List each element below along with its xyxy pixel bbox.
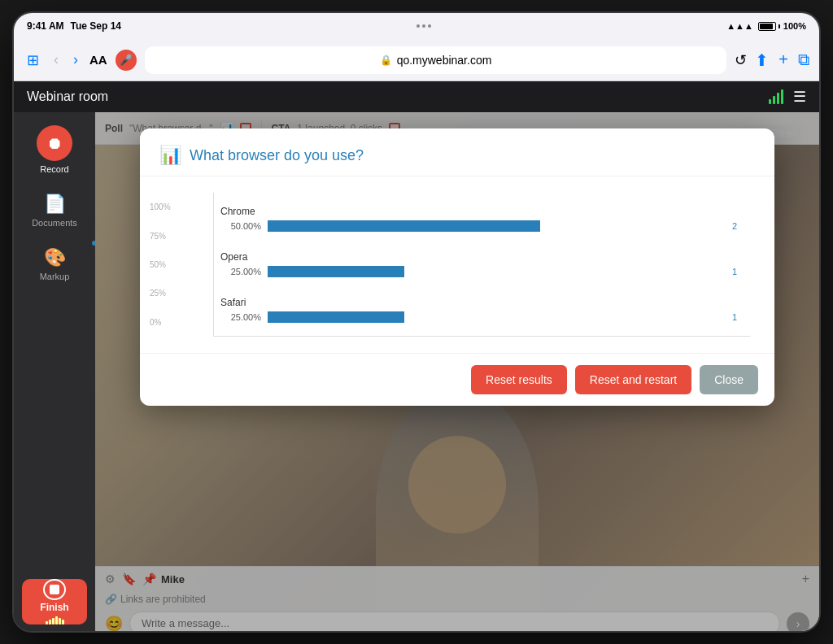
share-button[interactable]: ⬆ — [755, 50, 769, 70]
chart-row-chrome: Chrome 50.00% 2 — [220, 206, 737, 232]
status-center — [416, 24, 431, 28]
finish-button[interactable]: Finish — [22, 579, 87, 624]
sidebar-item-documents[interactable]: 📄 Documents — [14, 184, 95, 237]
opera-bar-container — [268, 266, 722, 277]
chart-row-opera: Opera 25.00% 1 — [220, 251, 737, 277]
battery-percent: 100% — [783, 21, 806, 31]
dots — [416, 24, 431, 28]
sidebar-item-markup[interactable]: 🎨 Markup — [14, 237, 95, 291]
chart-row-safari: Safari 25.00% 1 — [220, 297, 737, 323]
status-bar: 9:41 AM Tue Sep 14 ▲▲▲ 100% — [14, 13, 819, 39]
safari-bar-row: 25.00% 1 — [220, 311, 737, 323]
tabs-button[interactable]: ⧉ — [798, 50, 809, 69]
main-layout: ⏺ Record 📄 Documents 🎨 Markup F — [14, 112, 819, 631]
sidebar-item-documents-label: Documents — [32, 218, 77, 228]
opera-bar-row: 25.00% 1 — [220, 266, 737, 277]
poll-modal: 📊 What browser do you use? 100% 75% 50% … — [140, 128, 774, 406]
content-area: Max Been Poll "What browser d..." 📊 CTA — [95, 112, 819, 631]
reload-button[interactable]: ↺ — [735, 51, 747, 69]
chrome-bar-row: 50.00% 2 — [220, 220, 737, 232]
chrome-bar-container — [268, 220, 722, 232]
sidebar-item-record-label: Record — [40, 164, 68, 174]
wifi-icon: ▲▲▲ — [726, 21, 753, 31]
ipad-frame: 9:41 AM Tue Sep 14 ▲▲▲ 100% ⊞ ‹ › AA 🎤 🔒… — [14, 13, 819, 631]
url-bar[interactable]: 🔒 qo.mywebinar.com — [145, 46, 727, 74]
toolbar-right: ⬆ + ⧉ — [755, 50, 809, 70]
documents-icon: 📄 — [44, 194, 66, 215]
modal-footer: Reset results Reset and restart Close — [140, 353, 774, 406]
finish-stop-icon — [43, 579, 66, 600]
opera-bar — [268, 266, 404, 277]
status-right: ▲▲▲ 100% — [726, 21, 806, 31]
status-time: 9:41 AM — [27, 20, 64, 32]
status-date: Tue Sep 14 — [71, 20, 121, 32]
markup-icon: 🎨 — [44, 247, 66, 268]
finish-bars — [46, 616, 64, 624]
sidebar-toggle-button[interactable]: ⊞ — [24, 48, 42, 72]
sidebar-item-record[interactable]: ⏺ Record — [14, 115, 95, 184]
modal-title: What browser do you use? — [190, 147, 364, 164]
modal-overlay: 📊 What browser do you use? 100% 75% 50% … — [95, 112, 819, 631]
hamburger-menu-button[interactable]: ☰ — [793, 88, 806, 106]
header-right: ☰ — [769, 88, 806, 106]
webinar-header: Webinar room ☰ — [14, 81, 819, 112]
safari-bar — [268, 311, 404, 323]
close-button[interactable]: Close — [700, 365, 758, 394]
lock-icon: 🔒 — [380, 54, 392, 66]
modal-header: 📊 What browser do you use? — [140, 128, 774, 176]
sidebar: ⏺ Record 📄 Documents 🎨 Markup F — [14, 112, 95, 631]
url-text: qo.mywebinar.com — [397, 54, 492, 67]
chart-body: Chrome 50.00% 2 — [213, 193, 750, 337]
safari-bar-container — [268, 311, 722, 323]
text-size-button[interactable]: AA — [89, 53, 107, 67]
browser-toolbar: ⊞ ‹ › AA 🎤 🔒 qo.mywebinar.com ↺ ⬆ + ⧉ — [14, 39, 819, 81]
battery: 100% — [758, 21, 806, 31]
sidebar-item-markup-label: Markup — [40, 272, 70, 281]
chart-area: 100% 75% 50% 25% 0% Chrome — [140, 176, 774, 353]
finish-label: Finish — [40, 602, 68, 613]
app-content: Webinar room ☰ ⏺ Record 📄 — [14, 81, 819, 631]
back-button[interactable]: ‹ — [50, 48, 62, 72]
record-icon: ⏺ — [37, 125, 72, 161]
modal-chart-icon: 📊 — [159, 145, 181, 166]
reset-restart-button[interactable]: Reset and restart — [575, 365, 691, 394]
signal-bars-icon — [769, 89, 783, 104]
reset-results-button[interactable]: Reset results — [471, 365, 567, 394]
forward-button[interactable]: › — [70, 48, 81, 72]
y-axis-labels: 100% 75% 50% 25% 0% — [150, 193, 171, 337]
chrome-bar — [268, 220, 540, 232]
mic-button[interactable]: 🎤 — [116, 50, 137, 71]
webinar-title: Webinar room — [27, 89, 108, 104]
add-tab-button[interactable]: + — [778, 50, 788, 69]
